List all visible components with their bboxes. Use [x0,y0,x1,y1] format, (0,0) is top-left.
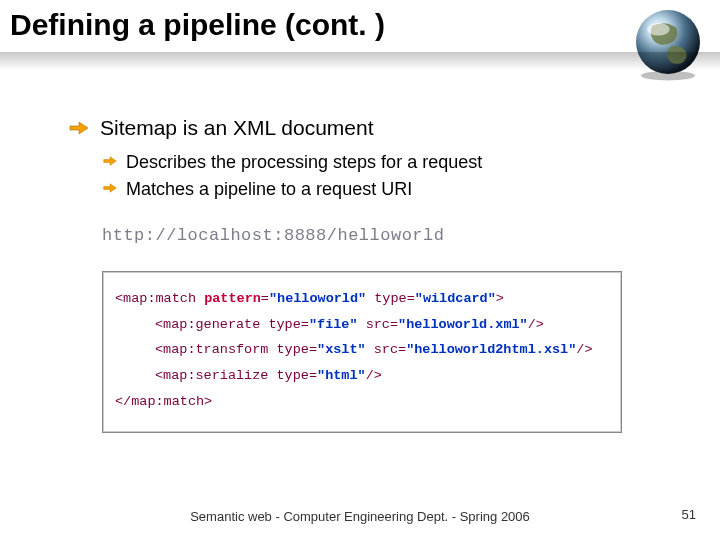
example-url: http://localhost:8888/helloworld [102,226,638,245]
pointer-icon [102,181,118,199]
content-area: Sitemap is an XML document Describes the… [68,116,638,433]
code-block: <map:match pattern="helloworld" type="wi… [102,271,622,433]
pointer-icon [68,118,90,142]
code-line: <map:match pattern="helloworld" type="wi… [115,286,609,312]
bullet-text: Sitemap is an XML document [100,116,374,140]
code-line: <map:transform type="xslt" src="hellowor… [115,337,609,363]
bullet-level2: Matches a pipeline to a request URI [102,179,638,200]
svg-point-2 [647,23,669,36]
page-number: 51 [682,507,696,522]
code-line: </map:match> [115,389,609,415]
slide-title: Defining a pipeline (cont. ) [10,8,385,42]
pointer-icon [102,154,118,172]
header-divider [0,52,720,70]
footer-text: Semantic web - Computer Engineering Dept… [0,509,720,524]
globe-icon [628,2,708,82]
bullet-text: Matches a pipeline to a request URI [126,179,412,200]
code-line: <map:serialize type="html"/> [115,363,609,389]
bullet-level1: Sitemap is an XML document [68,116,638,142]
code-line: <map:generate type="file" src="helloworl… [115,312,609,338]
bullet-text: Describes the processing steps for a req… [126,152,482,173]
slide: Defining a pipeline (cont. ) [0,0,720,540]
bullet-level2: Describes the processing steps for a req… [102,152,638,173]
